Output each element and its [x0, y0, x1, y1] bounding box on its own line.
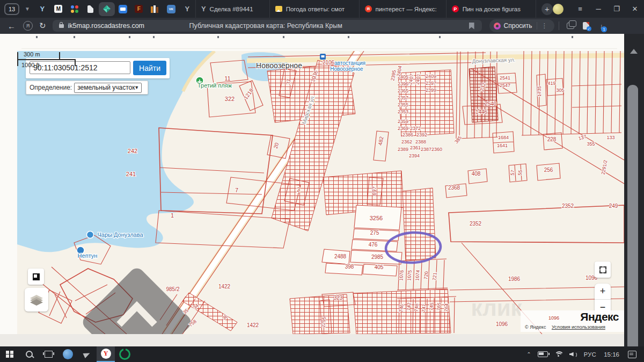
tab-weather[interactable]: Погода ответы: смот [269, 0, 359, 18]
terms-link[interactable]: Условия использования [552, 324, 605, 330]
map-label: 7 [235, 187, 238, 193]
cadastre-search-panel: Найти [26, 58, 170, 78]
wifi-icon[interactable] [554, 351, 563, 358]
taskbar-yandex-browser-active[interactable]: Y [97, 346, 115, 362]
cadastre-number-input[interactable] [30, 61, 130, 74]
more-options-icon[interactable]: ⋮ [537, 22, 552, 30]
map-label: 746 [398, 304, 404, 313]
map-label: 2369 [398, 126, 408, 131]
f-icon: F [135, 5, 143, 13]
language-indicator[interactable]: РУС [584, 351, 597, 358]
scroll-up-arrow[interactable] [630, 49, 638, 54]
fullscreen-icon [599, 266, 606, 273]
tab-title: Пин на доске figuras [463, 6, 521, 12]
map-label: Третий пляж [197, 82, 232, 89]
tray-expand-icon[interactable]: ⌃ [526, 351, 531, 357]
notification-center-icon[interactable] [628, 351, 636, 358]
back-button[interactable]: ← [8, 21, 16, 31]
page-url[interactable]: ik5map.roscadastres.com [68, 22, 144, 30]
profile-avatar[interactable] [553, 4, 564, 15]
map-label: 1446 [475, 109, 488, 115]
cadastre-pinwheel-icon [103, 5, 111, 13]
map-label: 720 [423, 271, 429, 280]
task-view-button[interactable] [39, 346, 58, 362]
close-button[interactable]: ✕ [626, 5, 644, 13]
map-label: 2396 [398, 81, 408, 86]
pinned-tab-vk[interactable]: VK [163, 2, 179, 16]
tab-favicon: Y [201, 5, 206, 13]
map-label: 2541 [500, 75, 510, 81]
marina-icon[interactable] [87, 231, 94, 238]
definition-label: Определение: [30, 84, 72, 91]
layers-button[interactable] [25, 288, 48, 312]
refresh-button[interactable]: ↻ [39, 21, 46, 31]
taskbar-app-vpn[interactable] [115, 346, 134, 362]
parcel-398[interactable] [325, 263, 363, 275]
bus-station-icon[interactable] [320, 54, 326, 60]
map-label: 742 [406, 302, 412, 311]
browser-menu-button[interactable]: ≡ [571, 5, 589, 13]
measure-tool-button[interactable] [28, 269, 44, 285]
bookmark-icon[interactable] [469, 23, 474, 30]
map-label: 2488 [334, 254, 347, 259]
map-label: 249 [609, 203, 618, 209]
windows-icon [6, 351, 13, 358]
tab-counter[interactable]: 13 [4, 3, 19, 15]
map-label: 2295 [320, 316, 327, 328]
clipped-text-mark [283, 36, 284, 38]
battery-icon[interactable] [538, 351, 548, 357]
downloads-button[interactable]: ↓ 1 [600, 22, 604, 30]
tab-deal[interactable]: Y Сделка #89441 [195, 0, 269, 18]
map-label: 2388 [415, 139, 426, 144]
scrollbar-thumb[interactable] [627, 85, 638, 346]
cadastral-map[interactable]: НовоозёрноеавтостанцияНовоозёрноеТретий … [17, 51, 624, 334]
definition-select[interactable]: земельный участок ▼ [74, 83, 142, 93]
pinned-tab-books[interactable] [147, 2, 163, 16]
address-bar[interactable]: ik5map.roscadastres.com Публичная кадаст… [53, 20, 482, 32]
speaker-icon[interactable] [569, 351, 577, 358]
page-scrollbar[interactable] [624, 34, 644, 346]
ask-ai-button[interactable]: Спросить ⋮ [489, 19, 554, 32]
clipped-text-mark [153, 36, 155, 38]
yandex-home-button[interactable]: Я [23, 21, 33, 31]
alice-icon [494, 23, 501, 30]
tab-pin-board[interactable]: P Пин на доске figuras [446, 0, 536, 18]
taskbar-search[interactable] [19, 346, 39, 362]
clock[interactable]: 15:16 [604, 351, 619, 358]
taskbar-app-dart[interactable] [77, 346, 97, 362]
definition-value: земельный участок [77, 84, 135, 91]
pinned-tab-forum[interactable]: F [131, 2, 147, 16]
ask-label: Спросить [504, 22, 532, 30]
map-label: 408 [472, 171, 481, 177]
protect-icon[interactable]: ✓ [583, 22, 589, 30]
tab-pinterest-search[interactable]: Я пинтерест — Яндекс: [359, 0, 446, 18]
clipped-text-mark [439, 36, 441, 38]
chevron-down-icon[interactable]: ▼ [25, 6, 30, 12]
pinned-tab-services[interactable] [67, 2, 83, 16]
task-view-icon [45, 351, 53, 358]
taskbar-app-blue[interactable] [58, 346, 77, 362]
start-button[interactable] [0, 346, 19, 362]
blue-app-icon [63, 349, 73, 359]
new-tab-button[interactable]: + [541, 3, 553, 15]
pinned-tab-yandex[interactable]: Y [34, 2, 50, 16]
extensions-icon[interactable] [567, 23, 574, 29]
map-label: 2387 [421, 147, 431, 152]
map-label: 2389 [398, 147, 408, 152]
map-label: 2106 [323, 60, 335, 66]
fullscreen-button[interactable] [595, 262, 611, 278]
pinned-tab-document[interactable] [83, 2, 99, 16]
pinned-tab-mail[interactable] [115, 2, 131, 16]
map-label: 2409 [426, 74, 436, 79]
pinned-tab-mail-m[interactable]: М [50, 2, 67, 16]
find-button[interactable]: Найти [133, 61, 166, 75]
minimize-button[interactable]: ─ [589, 5, 608, 13]
copyright: © Яндекс [525, 324, 546, 330]
pinned-tab-cadastre-active[interactable] [99, 2, 115, 16]
yandex-icon: Y [40, 5, 45, 13]
restore-button[interactable]: ❐ [608, 5, 626, 13]
zoom-in-button[interactable]: + [595, 284, 611, 300]
pinned-tab-yandex2[interactable]: Y [179, 2, 195, 16]
map-label: 721 [431, 272, 437, 281]
map-label: 1422 [218, 284, 231, 289]
